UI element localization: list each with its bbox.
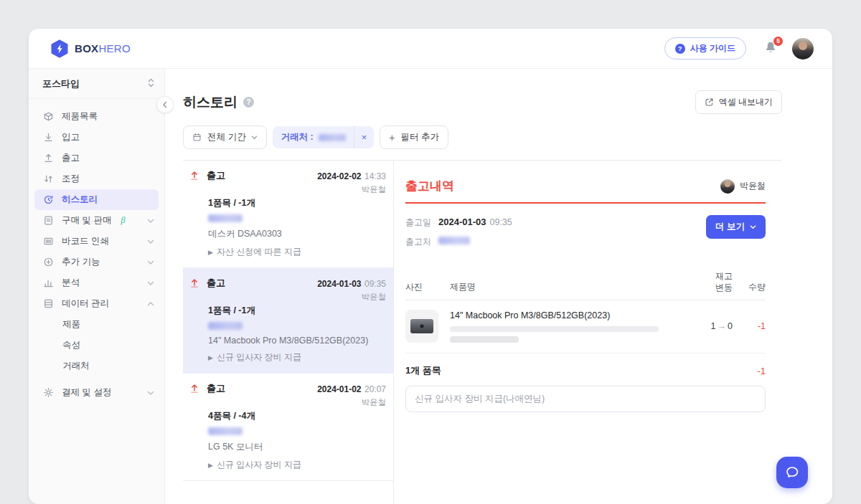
- add-filter-button[interactable]: + 필터 추가: [380, 125, 448, 149]
- help-icon[interactable]: ?: [243, 97, 254, 108]
- sidebar-item-billing-settings[interactable]: 결제 및 설정: [29, 382, 164, 403]
- chevron-down-icon: [147, 280, 154, 287]
- plus-icon: +: [389, 133, 395, 143]
- chevron-down-icon: [750, 224, 756, 230]
- triangle-bullet-icon: ▶: [208, 462, 213, 469]
- sidebar-item-stock-out[interactable]: 출고: [29, 148, 164, 168]
- detail-panel: 출고내역 박윤철 출고일 2024-01-0309:35: [394, 161, 782, 504]
- redacted-partner-value: [438, 237, 470, 244]
- detail-title: 출고내역: [405, 178, 454, 194]
- bar-chart-icon: [42, 277, 54, 288]
- notifications-button[interactable]: 5: [763, 40, 778, 57]
- calendar-icon: [192, 133, 202, 142]
- outgoing-arrow-icon: [189, 383, 200, 394]
- chevron-down-icon: [147, 259, 154, 266]
- page-title: 히스토리: [183, 93, 237, 112]
- support-chat-button[interactable]: [776, 457, 808, 488]
- history-icon: [42, 194, 54, 205]
- sidebar-item-stock-in[interactable]: 입고: [29, 127, 164, 148]
- product-name: 14" Macbook Pro M3/8GB/512GB(2023): [450, 310, 677, 320]
- chevron-down-icon: [147, 238, 154, 245]
- beta-badge: β: [121, 215, 125, 226]
- sidebar-item-products[interactable]: 제품목록: [29, 106, 164, 127]
- triangle-bullet-icon: ▶: [208, 249, 213, 256]
- arrow-down-icon: [42, 132, 54, 143]
- outgoing-arrow-icon: [189, 170, 200, 181]
- boxhero-logo[interactable]: BOXHERO: [50, 39, 131, 58]
- history-item-2-selected[interactable]: 출고 2024-01-03 09:35 박윤철 1품목 / -1개 14" Ma…: [183, 268, 393, 374]
- memo-field[interactable]: 신규 입사자 장비 지급(나애연님): [405, 386, 766, 412]
- barcode-icon: [42, 236, 54, 247]
- user-avatar[interactable]: [792, 38, 814, 60]
- usage-guide-button[interactable]: ? 사용 가이드: [664, 37, 746, 60]
- export-icon: [705, 98, 714, 107]
- detail-table: 사진 제품명 재고변동 수량 14" Macbook Pro M3/8GB/51…: [405, 270, 766, 353]
- detail-user: 박윤철: [720, 179, 766, 194]
- detail-summary: 1개 품목 -1: [405, 353, 766, 386]
- main-content: 히스토리 ? 엑셀 내보내기 전체 기간 거래처 :: [165, 69, 832, 504]
- top-bar: BOXHERO ? 사용 가이드 5: [29, 29, 832, 69]
- boxhero-hexagon-icon: [50, 39, 69, 58]
- sidebar-subitem-attributes[interactable]: 속성: [29, 335, 164, 356]
- stock-change: 1→0: [687, 320, 733, 333]
- sidebar-item-extra-features[interactable]: 추가 기능: [29, 252, 164, 272]
- database-icon: [42, 298, 54, 309]
- redacted-partner: [208, 214, 243, 222]
- gear-icon: [42, 387, 54, 398]
- question-icon: ?: [675, 44, 685, 54]
- table-row[interactable]: 14" Macbook Pro M3/8GB/512GB(2023) 1→0 -…: [405, 300, 766, 353]
- sidebar: 포스타입 제품목록 입고 출고: [29, 69, 165, 504]
- notification-count-badge: 5: [773, 37, 783, 46]
- user-avatar-small: [720, 179, 735, 194]
- redacted-partner-value: [319, 134, 346, 141]
- history-list: 출고 2024-02-02 14:33 박윤철 1품목 / -1개 데스커 DS…: [183, 161, 394, 504]
- redacted-partner: [208, 427, 243, 435]
- macbook-image: [410, 319, 433, 333]
- arrow-up-icon: [42, 153, 54, 163]
- redacted-detail-bar: [450, 326, 659, 332]
- plus-circle-icon: [42, 257, 54, 267]
- sidebar-item-adjust[interactable]: 조정: [29, 168, 164, 189]
- sidebar-item-analytics[interactable]: 분석: [29, 272, 164, 293]
- quantity-value: -1: [733, 321, 766, 331]
- memo-toggle[interactable]: ▶신규 입사자 장비 지급: [208, 459, 386, 471]
- app-window: BOXHERO ? 사용 가이드 5 포스타입: [29, 29, 832, 504]
- history-item-3[interactable]: 출고 2024-01-02 20:07 박윤철 4품목 / -4개 LG 5K …: [183, 374, 393, 481]
- chevron-down-icon: [251, 134, 258, 141]
- redacted-detail-bar: [450, 336, 519, 343]
- arrow-right-icon: →: [716, 321, 728, 331]
- memo-toggle[interactable]: ▶자산 신청에 따른 지급: [208, 246, 386, 258]
- chevron-left-icon: [161, 101, 169, 108]
- remove-filter-icon[interactable]: ×: [354, 126, 375, 148]
- sort-arrows-icon: [148, 77, 154, 90]
- sidebar-item-history[interactable]: 히스토리: [34, 189, 159, 210]
- chat-bubble-icon: [784, 465, 800, 480]
- period-filter-button[interactable]: 전체 기간: [183, 125, 267, 149]
- swap-arrows-icon: [42, 173, 54, 184]
- redacted-partner: [208, 322, 243, 330]
- box-icon: [42, 111, 54, 122]
- table-header: 사진 제품명 재고변동 수량: [405, 270, 766, 300]
- document-icon: [42, 215, 54, 226]
- memo-toggle[interactable]: ▶신규 입사자 장비 지급: [208, 351, 386, 363]
- excel-export-button[interactable]: 엑셀 내보내기: [695, 90, 782, 114]
- chevron-up-icon: [147, 300, 154, 308]
- chevron-down-icon: [147, 217, 154, 224]
- sidebar-subitem-products[interactable]: 제품: [29, 314, 164, 335]
- workspace-selector[interactable]: 포스타입: [29, 69, 164, 99]
- more-actions-button[interactable]: 더 보기: [706, 215, 766, 239]
- product-thumbnail: [405, 310, 438, 343]
- sidebar-item-data-management[interactable]: 데이터 관리: [29, 293, 164, 314]
- logo-text: BOXHERO: [75, 42, 131, 54]
- outgoing-arrow-icon: [189, 277, 200, 289]
- partner-filter-chip[interactable]: 거래처 : ×: [273, 126, 374, 148]
- chevron-down-icon: [147, 389, 154, 396]
- triangle-bullet-icon: ▶: [208, 354, 213, 361]
- sidebar-item-purchase-sales[interactable]: 구매 및 판매 β: [29, 210, 164, 231]
- sidebar-collapse-button[interactable]: [156, 96, 174, 113]
- history-item-1[interactable]: 출고 2024-02-02 14:33 박윤철 1품목 / -1개 데스커 DS…: [183, 161, 393, 268]
- sidebar-item-barcode-print[interactable]: 바코드 인쇄: [29, 231, 164, 252]
- sidebar-subitem-partners[interactable]: 거래처: [29, 356, 164, 376]
